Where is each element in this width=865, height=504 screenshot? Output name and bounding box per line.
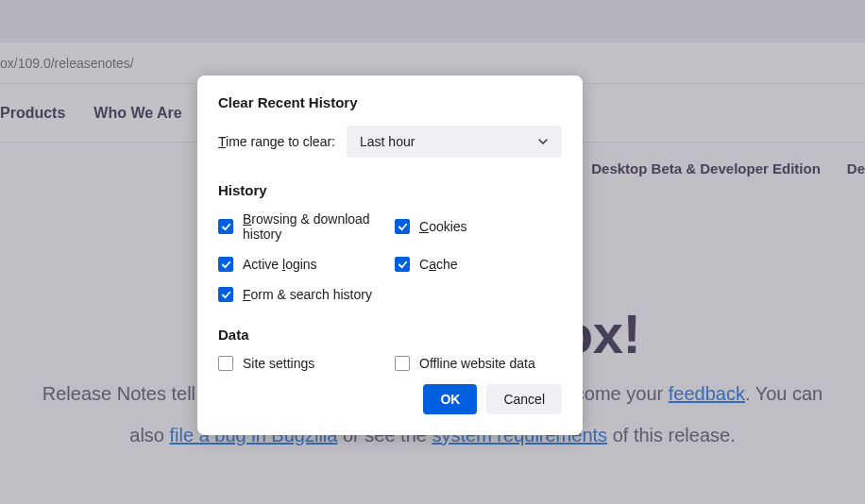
checkbox-site-settings[interactable]: Site settings <box>218 356 385 371</box>
checkbox-empty-icon <box>395 356 410 371</box>
time-range-label: Time range to clear: <box>218 134 335 149</box>
checkmark-icon <box>218 219 233 234</box>
checkbox-form-history[interactable]: Form & search history <box>218 287 385 302</box>
checkbox-label: Active logins <box>243 257 317 272</box>
checkbox-cache[interactable]: Cache <box>395 257 562 272</box>
checkbox-label: Cookies <box>419 219 467 234</box>
checkmark-icon <box>395 219 410 234</box>
checkbox-offline-data[interactable]: Offline website data <box>395 356 562 371</box>
ok-button[interactable]: OK <box>423 384 477 414</box>
clear-history-dialog: Clear Recent History Time range to clear… <box>197 76 583 435</box>
checkbox-cookies[interactable]: Cookies <box>395 211 562 242</box>
history-section-header: History <box>218 182 562 198</box>
checkbox-label: Form & search history <box>243 287 372 302</box>
checkbox-browsing-history[interactable]: Browsing & download history <box>218 211 385 242</box>
checkmark-icon <box>218 257 233 272</box>
checkbox-active-logins[interactable]: Active logins <box>218 257 385 272</box>
time-range-value: Last hour <box>360 134 415 149</box>
checkbox-label: Cache <box>419 257 458 272</box>
chevron-down-icon <box>537 136 549 147</box>
cancel-button[interactable]: Cancel <box>486 384 562 414</box>
checkbox-empty-icon <box>218 356 233 371</box>
dialog-title: Clear Recent History <box>218 94 562 110</box>
checkbox-label: Offline website data <box>419 356 535 371</box>
checkbox-label: Browsing & download history <box>243 211 385 242</box>
data-section-header: Data <box>218 327 562 343</box>
checkmark-icon <box>218 287 233 302</box>
checkmark-icon <box>395 257 410 272</box>
checkbox-label: Site settings <box>243 356 314 371</box>
time-range-select[interactable]: Last hour <box>347 126 562 158</box>
